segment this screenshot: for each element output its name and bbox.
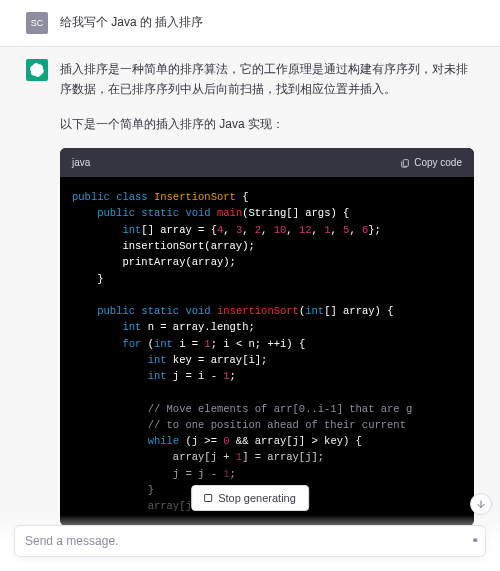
message-input-wrap[interactable]: ••	[14, 525, 486, 557]
user-message-row: SC 给我写个 Java 的 插入排序	[0, 0, 500, 46]
assistant-para-1: 插入排序是一种简单的排序算法，它的工作原理是通过构建有序序列，对未排序数据，在已…	[60, 59, 474, 100]
code-lang-label: java	[72, 154, 90, 171]
assistant-avatar	[26, 59, 48, 81]
scroll-to-bottom-button[interactable]	[470, 493, 492, 515]
user-avatar: SC	[26, 12, 48, 34]
arrow-down-icon	[475, 498, 487, 510]
user-message-text: 给我写个 Java 的 插入排序	[60, 12, 474, 34]
copy-code-button[interactable]: Copy code	[400, 154, 462, 171]
svg-rect-0	[404, 159, 409, 166]
send-icon[interactable]: ••	[473, 534, 475, 548]
composer: ••	[0, 515, 500, 571]
code-content[interactable]: public class InsertionSort { public stat…	[60, 177, 474, 526]
assistant-message-row: 插入排序是一种简单的排序算法，它的工作原理是通过构建有序序列，对未排序数据，在已…	[0, 46, 500, 539]
stop-icon	[204, 494, 212, 502]
stop-generating-button[interactable]: Stop generating	[191, 485, 309, 511]
message-input[interactable]	[25, 534, 473, 548]
copy-code-label: Copy code	[414, 154, 462, 171]
clipboard-icon	[400, 158, 410, 168]
code-block: java Copy code public class InsertionSor…	[60, 148, 474, 526]
assistant-para-2: 以下是一个简单的插入排序的 Java 实现：	[60, 114, 474, 134]
assistant-message-body: 插入排序是一种简单的排序算法，它的工作原理是通过构建有序序列，对未排序数据，在已…	[60, 59, 474, 526]
code-header: java Copy code	[60, 148, 474, 177]
stop-generating-label: Stop generating	[218, 492, 296, 504]
